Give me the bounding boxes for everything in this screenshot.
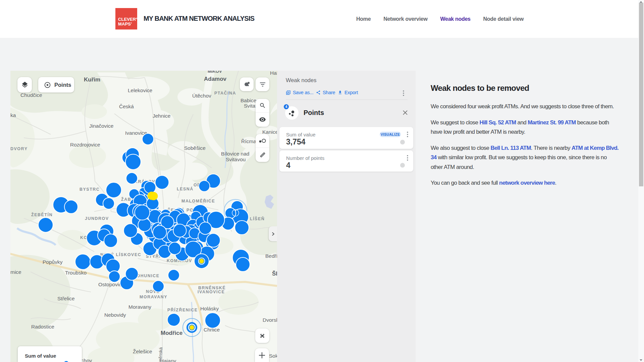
svg-text:MIKOV: MIKOV <box>208 71 222 74</box>
svg-text:JUNDROV: JUNDROV <box>85 216 109 221</box>
svg-text:PŘÍZŘENICE: PŘÍZŘENICE <box>167 307 198 312</box>
svg-text:Moravany: Moravany <box>128 304 151 310</box>
svg-text:Jinačovice: Jinačovice <box>89 123 113 129</box>
svg-text:Popůvky: Popůvky <box>43 259 63 265</box>
svg-text:ŽEBĚTÍN: ŽEBĚTÍN <box>31 212 53 217</box>
svg-text:Dvorska: Dvorska <box>263 317 277 323</box>
svg-text:Česká: Česká <box>119 104 134 109</box>
svg-text:BYSTRC: BYSTRC <box>79 187 100 192</box>
svg-text:Rozdrojovice: Rozdrojovice <box>70 142 100 147</box>
svg-text:Bílovice nad: Bílovice nad <box>221 151 249 157</box>
svg-text:Útěchov: Útěchov <box>192 93 211 99</box>
svg-text:Chudčice: Chudčice <box>20 92 42 98</box>
svg-text:Babice: Babice <box>240 98 256 103</box>
svg-text:Brněnská: Brněnská <box>157 347 163 362</box>
svg-text:Modřice: Modřice <box>161 330 182 336</box>
svg-text:Svitavou: Svitavou <box>226 157 246 162</box>
svg-text:MORAVANY: MORAVANY <box>140 295 167 299</box>
svg-text:IVANOVICE: IVANOVICE <box>198 290 225 294</box>
svg-text:Šla: Šla <box>272 270 277 277</box>
svg-text:LÍŠEŇ: LÍŠEŇ <box>250 216 265 221</box>
svg-text:DVORY: DVORY <box>10 146 28 151</box>
svg-text:Jehnice: Jehnice <box>153 113 170 119</box>
svg-text:Kuřim: Kuřim <box>84 76 100 83</box>
svg-text:MALOMĚŘICE: MALOMĚŘICE <box>181 198 215 203</box>
svg-text:Hab: Hab <box>270 71 277 76</box>
svg-text:Lelekovice: Lelekovice <box>128 87 152 93</box>
svg-text:Nebovidy: Nebovidy <box>104 312 126 318</box>
svg-text:PTAČINA: PTAČINA <box>214 90 236 96</box>
svg-text:Soběšice: Soběšice <box>184 145 206 151</box>
svg-text:ka: ka <box>10 112 16 118</box>
svg-text:LESNÁ: LESNÁ <box>177 186 194 191</box>
svg-text:Radostice: Radostice <box>31 324 54 329</box>
svg-text:Bedřich: Bedřich <box>265 253 277 259</box>
svg-text:Želešice: Želešice <box>133 349 152 354</box>
svg-text:Soko: Soko <box>269 353 277 359</box>
svg-text:Holásky: Holásky <box>200 306 219 311</box>
svg-text:mice: mice <box>10 269 21 275</box>
svg-text:Adamov: Adamov <box>204 76 227 82</box>
svg-text:Střelice: Střelice <box>57 296 75 301</box>
svg-text:Troubsko: Troubsko <box>65 270 87 276</box>
